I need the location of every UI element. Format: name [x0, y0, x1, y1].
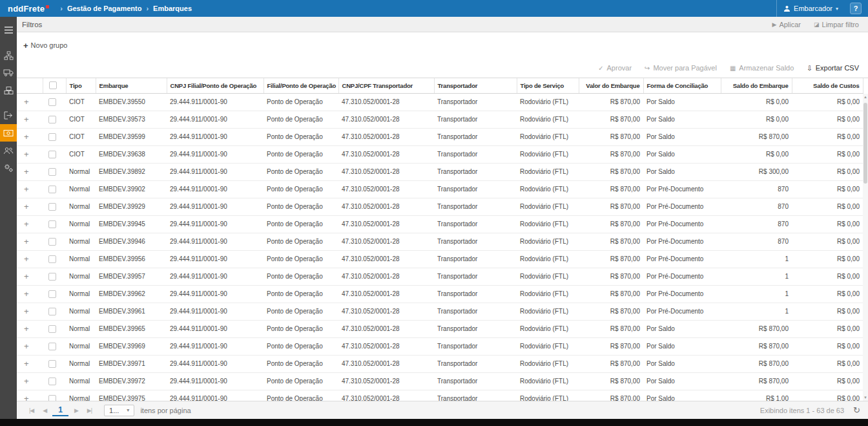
- row-expand-button[interactable]: +: [20, 202, 29, 211]
- sidebar-item-menu[interactable]: [0, 21, 17, 39]
- row-expand-button[interactable]: +: [20, 114, 29, 124]
- column-header[interactable]: Filial/Ponto de Operação: [264, 78, 338, 93]
- help-button[interactable]: ?: [850, 3, 862, 14]
- row-checkbox[interactable]: [48, 203, 56, 211]
- checkbox-cell: [43, 372, 66, 390]
- sidebar-item-organization[interactable]: [0, 47, 17, 64]
- page-number[interactable]: 1: [52, 404, 68, 416]
- column-header[interactable]: Saldo de Custos: [792, 78, 863, 93]
- row-expand-button[interactable]: +: [20, 394, 29, 401]
- cell-cnpj_filial: 29.444.911/0001-90: [167, 215, 264, 233]
- row-expand-button[interactable]: +: [20, 272, 29, 281]
- apply-filter-button[interactable]: ▶ Aplicar: [772, 21, 801, 28]
- user-menu[interactable]: Embarcador ▾: [776, 0, 845, 17]
- row-checkbox[interactable]: [48, 168, 56, 176]
- row-expand-button[interactable]: +: [20, 184, 29, 194]
- row-checkbox[interactable]: [48, 98, 56, 106]
- row-checkbox[interactable]: [48, 273, 56, 281]
- move-to-payable-button[interactable]: ↪ Mover para Pagável: [645, 64, 717, 72]
- cell-transportador: Transportador: [434, 372, 517, 390]
- row-checkbox[interactable]: [48, 238, 56, 246]
- row-expand-button[interactable]: +: [20, 219, 29, 229]
- cell-forma_conciliacao: Por Pré-Documento: [643, 215, 721, 233]
- row-checkbox[interactable]: [48, 151, 56, 158]
- sidebar-item-settings[interactable]: [0, 159, 17, 176]
- row-expand-button[interactable]: +: [20, 289, 29, 299]
- row-expand-button[interactable]: +: [20, 132, 29, 142]
- checkbox-cell: [43, 250, 66, 268]
- row-expand-button[interactable]: +: [20, 167, 29, 176]
- column-header[interactable]: Valor do Embarque: [579, 78, 643, 93]
- row-checkbox[interactable]: [48, 290, 56, 298]
- select-all-checkbox[interactable]: [49, 81, 57, 89]
- new-group-button[interactable]: + Novo grupo: [23, 41, 67, 50]
- refresh-icon[interactable]: ↻: [853, 405, 860, 415]
- sidebar-item-users[interactable]: [0, 142, 17, 159]
- row-expand-button[interactable]: +: [20, 237, 29, 246]
- row-expand-button[interactable]: +: [20, 359, 29, 368]
- next-page-button[interactable]: ▶: [70, 407, 83, 414]
- row-expand-button[interactable]: +: [20, 324, 29, 334]
- row-checkbox[interactable]: [48, 220, 56, 228]
- sidebar-item-cargo[interactable]: [0, 81, 17, 99]
- store-balance-button[interactable]: ▦ Armazenar Saldo: [730, 64, 794, 72]
- row-checkbox[interactable]: [48, 325, 56, 333]
- table-row: +NormalEMBDEV.3989229.444.911/0001-90Pon…: [17, 163, 863, 180]
- row-checkbox[interactable]: [48, 395, 56, 401]
- breadcrumb-item-gestao[interactable]: Gestão de Pagamento: [67, 5, 142, 12]
- column-header[interactable]: Tipo: [66, 78, 96, 93]
- row-checkbox[interactable]: [48, 116, 56, 123]
- cell-filial: Ponto de Operação: [264, 233, 338, 250]
- first-page-button[interactable]: |◀: [25, 407, 38, 414]
- vertical-scrollbar[interactable]: ▲ ▼: [863, 94, 868, 401]
- row-expand-button[interactable]: +: [20, 376, 29, 386]
- column-header[interactable]: Embarque: [96, 78, 167, 93]
- export-csv-button[interactable]: ⇩ Exportar CSV: [807, 64, 859, 72]
- column-header[interactable]: CNPJ Filial/Ponto de Operação: [167, 78, 264, 93]
- row-checkbox[interactable]: [48, 343, 56, 350]
- cell-cnpj_filial: 29.444.911/0001-90: [167, 390, 264, 401]
- table-row: +NormalEMBDEV.3996529.444.911/0001-90Pon…: [17, 320, 863, 337]
- checkbox-cell: [43, 145, 66, 163]
- row-checkbox[interactable]: [48, 255, 56, 263]
- cell-saldo_custos: R$ 0,00: [792, 250, 863, 268]
- row-expand-button[interactable]: +: [20, 341, 29, 351]
- scroll-up-icon[interactable]: ▲: [863, 95, 868, 99]
- expander-cell: +: [17, 355, 43, 372]
- brand-logo[interactable]: nddFrete: [8, 4, 49, 14]
- page-size-select[interactable]: 1... ▾: [104, 405, 134, 416]
- row-checkbox[interactable]: [48, 378, 56, 385]
- breadcrumb-item-embarques[interactable]: Embarques: [153, 5, 192, 12]
- row-expand-button[interactable]: +: [20, 149, 29, 159]
- cell-embarque: EMBDEV.39971: [96, 355, 167, 372]
- cell-embarque: EMBDEV.39956: [96, 250, 167, 268]
- main-content: Filtros ▶ Aplicar ◪ Limpar filtro + Novo…: [17, 17, 868, 419]
- row-expand-button[interactable]: +: [20, 306, 29, 316]
- column-header[interactable]: CNPJ/CPF Transportador: [338, 78, 434, 93]
- scroll-down-icon[interactable]: ▼: [863, 396, 868, 399]
- row-expand-button[interactable]: +: [20, 97, 29, 107]
- cell-tipo: Normal: [66, 250, 96, 268]
- row-checkbox[interactable]: [48, 133, 56, 141]
- scrollbar-thumb[interactable]: [863, 103, 867, 184]
- clear-filter-button[interactable]: ◪ Limpar filtro: [814, 21, 859, 28]
- sidebar-item-fleet[interactable]: [0, 64, 17, 81]
- prev-page-button[interactable]: ◀: [38, 407, 51, 414]
- last-page-button[interactable]: ▶|: [83, 407, 96, 414]
- row-checkbox[interactable]: [48, 308, 56, 315]
- approve-button[interactable]: ✓ Aprovar: [598, 64, 632, 72]
- column-header[interactable]: Forma de Conciliação: [643, 78, 721, 93]
- row-checkbox[interactable]: [48, 186, 56, 193]
- expander-cell: +: [17, 337, 43, 355]
- sidebar-item-logout[interactable]: [0, 107, 17, 124]
- column-header[interactable]: Saldo do Embarque: [721, 78, 792, 93]
- table-body: +CIOTEMBDEV.3955029.444.911/0001-90Ponto…: [17, 93, 863, 401]
- row-expand-button[interactable]: +: [20, 254, 29, 264]
- cell-tipo: Normal: [66, 233, 96, 250]
- row-checkbox[interactable]: [48, 360, 56, 368]
- cell-saldo_embarque: R$ 0,00: [721, 111, 792, 128]
- sidebar-item-payments[interactable]: [0, 124, 17, 142]
- column-header[interactable]: Transportador: [434, 78, 517, 93]
- column-header[interactable]: Tipo de Serviço: [517, 78, 579, 93]
- cell-cnpj_filial: 29.444.911/0001-90: [167, 285, 264, 303]
